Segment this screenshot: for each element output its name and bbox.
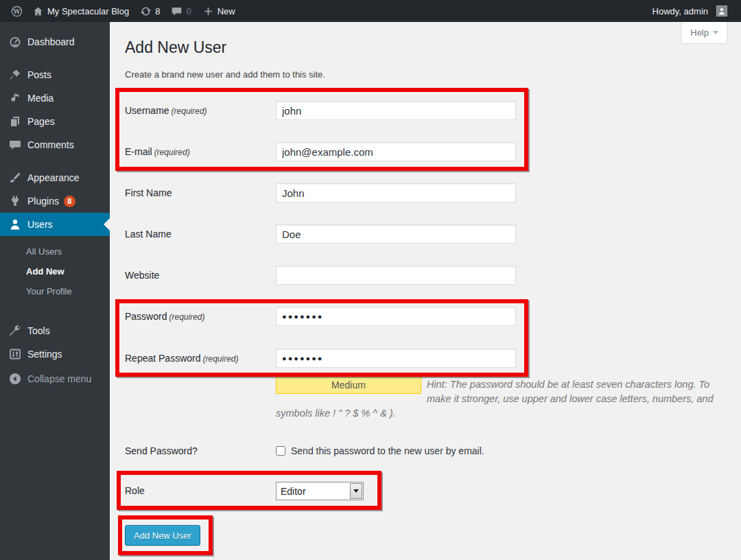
my-account-link[interactable]: Howdy, admin (647, 0, 733, 22)
add-new-user-button[interactable]: Add New User (125, 525, 200, 546)
website-row: Website (125, 266, 516, 285)
send-password-row: Send Password? Send this password to the… (125, 442, 484, 460)
sidebar-item-label: Pages (27, 116, 55, 127)
site-name: My Spectacular Blog (47, 6, 129, 16)
dashboard-icon (8, 35, 22, 49)
admin-bar: W My Spectacular Blog 8 0 New Howdy, adm… (0, 0, 741, 22)
dropdown-arrow-icon (350, 483, 362, 499)
collapse-arrow-icon (8, 372, 22, 386)
password-strength-meter: Medium (276, 376, 421, 394)
sidebar-item-posts[interactable]: Posts (0, 63, 110, 86)
users-submenu: All Users Add New Your Profile (0, 236, 110, 310)
submenu-item-all-users[interactable]: All Users (0, 242, 110, 261)
sidebar-item-label: Media (27, 93, 54, 104)
plugins-update-badge: 8 (64, 196, 75, 207)
role-row: Role Editor (125, 482, 364, 500)
email-row: E-mail(required) (125, 142, 516, 162)
first-name-row: First Name (125, 183, 516, 202)
last-name-row: Last Name (125, 224, 516, 244)
page-description: Create a brand new user and add them to … (125, 69, 741, 80)
sidebar-item-label: Plugins (27, 196, 59, 207)
last-name-label: Last Name (125, 224, 276, 244)
sidebar-item-label: Users (27, 219, 53, 230)
repeat-password-label: Repeat Password(required) (125, 349, 276, 369)
menu-separator (0, 54, 110, 63)
sidebar-item-label: Settings (27, 349, 62, 360)
sidebar-item-label: Tools (27, 325, 50, 336)
svg-text:W: W (12, 8, 21, 14)
avatar (716, 5, 727, 16)
collapse-menu-button[interactable]: Collapse menu (0, 367, 110, 390)
submenu-item-add-new[interactable]: Add New (0, 261, 110, 281)
wordpress-logo-icon[interactable]: W (7, 0, 27, 22)
role-label: Role (125, 482, 276, 500)
update-count: 8 (155, 6, 160, 16)
submit-row: Add New User (125, 525, 200, 546)
username-label: Username(required) (125, 101, 276, 121)
first-name-label: First Name (125, 183, 276, 202)
sidebar-item-label: Comments (27, 139, 74, 150)
repeat-password-input[interactable] (276, 349, 516, 368)
send-password-label: Send Password? (125, 442, 276, 460)
updates-icon (140, 5, 152, 17)
sidebar-item-pages[interactable]: Pages (0, 110, 110, 133)
main-content: Help Add New User Create a brand new use… (110, 22, 741, 560)
chevron-down-icon (713, 31, 718, 34)
sidebar-item-media[interactable]: Media (0, 86, 110, 110)
wrench-icon (8, 324, 22, 338)
admin-sidebar: Dashboard Posts Media Pages Comments App… (0, 22, 110, 560)
sidebar-item-users[interactable]: Users (0, 213, 110, 236)
help-label: Help (690, 27, 709, 38)
plus-icon (202, 5, 214, 17)
first-name-input[interactable] (276, 183, 516, 202)
sidebar-item-label: Posts (27, 69, 51, 80)
password-strength-block: Medium Hint: The password should be at l… (276, 376, 715, 421)
pushpin-icon (8, 68, 22, 82)
last-name-input[interactable] (276, 224, 516, 244)
send-password-checkbox[interactable] (276, 446, 285, 456)
comments-icon (8, 138, 22, 152)
comments-link[interactable]: 0 (165, 0, 196, 22)
plug-icon (8, 194, 22, 208)
settings-sliders-icon (8, 347, 22, 361)
user-icon (8, 218, 22, 231)
help-tab-button[interactable]: Help (681, 22, 727, 44)
sidebar-item-dashboard[interactable]: Dashboard (0, 30, 110, 54)
sidebar-item-appearance[interactable]: Appearance (0, 166, 110, 189)
role-select[interactable]: Editor (276, 482, 364, 500)
password-label: Password(required) (125, 307, 276, 327)
home-icon (32, 5, 44, 17)
website-input[interactable] (276, 266, 516, 285)
website-label: Website (125, 266, 276, 285)
paintbrush-icon (8, 171, 22, 185)
send-password-checkbox-label: Send this password to the new user by em… (291, 445, 484, 456)
new-content-link[interactable]: New (197, 0, 241, 22)
comment-count: 0 (186, 6, 191, 16)
repeat-password-row: Repeat Password(required) (125, 349, 516, 369)
howdy-text: Howdy, admin (652, 6, 708, 16)
new-label: New (217, 6, 235, 16)
menu-separator (0, 156, 110, 166)
sidebar-item-settings[interactable]: Settings (0, 342, 110, 366)
role-selected-value: Editor (277, 482, 349, 500)
password-row: Password(required) (125, 307, 516, 327)
email-input[interactable] (276, 142, 516, 161)
collapse-menu-label: Collapse menu (27, 373, 91, 384)
menu-separator (0, 310, 110, 319)
password-input[interactable] (276, 307, 516, 326)
sidebar-item-tools[interactable]: Tools (0, 319, 110, 342)
user-avatar-icon (717, 6, 727, 16)
submenu-item-your-profile[interactable]: Your Profile (0, 281, 110, 301)
pages-icon (8, 115, 22, 128)
media-icon (8, 91, 22, 105)
sidebar-item-comments[interactable]: Comments (0, 133, 110, 156)
sidebar-item-label: Appearance (27, 172, 80, 183)
sidebar-item-plugins[interactable]: Plugins 8 (0, 189, 110, 213)
site-name-link[interactable]: My Spectacular Blog (27, 0, 134, 22)
username-row: Username(required) (125, 101, 516, 121)
sidebar-item-label: Dashboard (27, 36, 75, 47)
username-input[interactable] (276, 101, 516, 120)
email-label: E-mail(required) (125, 142, 276, 162)
comment-bubble-icon (171, 5, 183, 17)
updates-link[interactable]: 8 (134, 0, 165, 22)
